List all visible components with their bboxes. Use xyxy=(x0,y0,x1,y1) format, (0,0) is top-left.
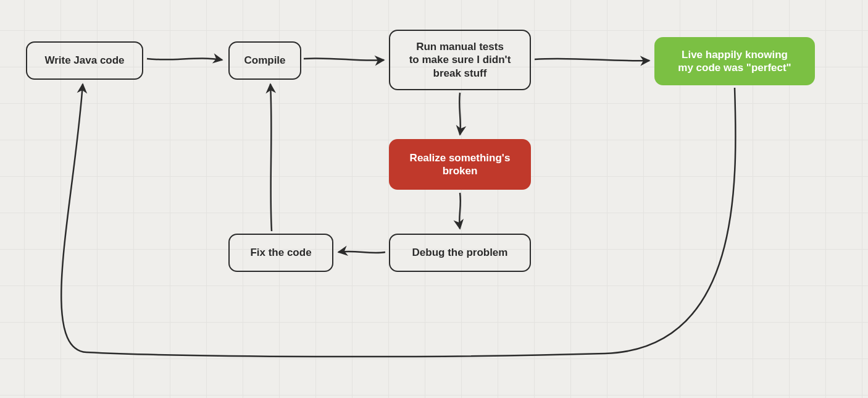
node-label: Debug the problem xyxy=(412,246,508,259)
edge-compile-to-runtests xyxy=(304,58,384,60)
node-label: Write Java code xyxy=(44,54,124,67)
node-fix-code: Fix the code xyxy=(228,234,333,272)
node-run-manual-tests: Run manual tests to make sure I didn't b… xyxy=(389,30,531,90)
node-label: Live happily knowing my code was "perfec… xyxy=(678,48,791,75)
edge-happy-to-write xyxy=(61,84,735,357)
node-write-java-code: Write Java code xyxy=(26,41,143,80)
diagram-canvas: Write Java code Compile Run manual tests… xyxy=(0,0,868,398)
node-debug-problem: Debug the problem xyxy=(389,234,531,272)
node-label: Compile xyxy=(244,54,285,67)
edge-fix-to-compile xyxy=(270,84,272,231)
node-label: Realize something's broken xyxy=(410,151,511,178)
node-realize-broken: Realize something's broken xyxy=(389,139,531,190)
edge-runtests-to-realize xyxy=(459,93,461,135)
node-compile: Compile xyxy=(228,41,301,80)
node-label: Fix the code xyxy=(250,246,311,259)
node-live-happily: Live happily knowing my code was "perfec… xyxy=(654,37,815,85)
edge-realize-to-debug xyxy=(459,193,461,229)
edge-write-to-compile xyxy=(147,58,222,60)
edge-debug-to-fix xyxy=(338,252,385,253)
edge-runtests-to-happy xyxy=(535,59,649,61)
node-label: Run manual tests to make sure I didn't b… xyxy=(409,40,511,80)
